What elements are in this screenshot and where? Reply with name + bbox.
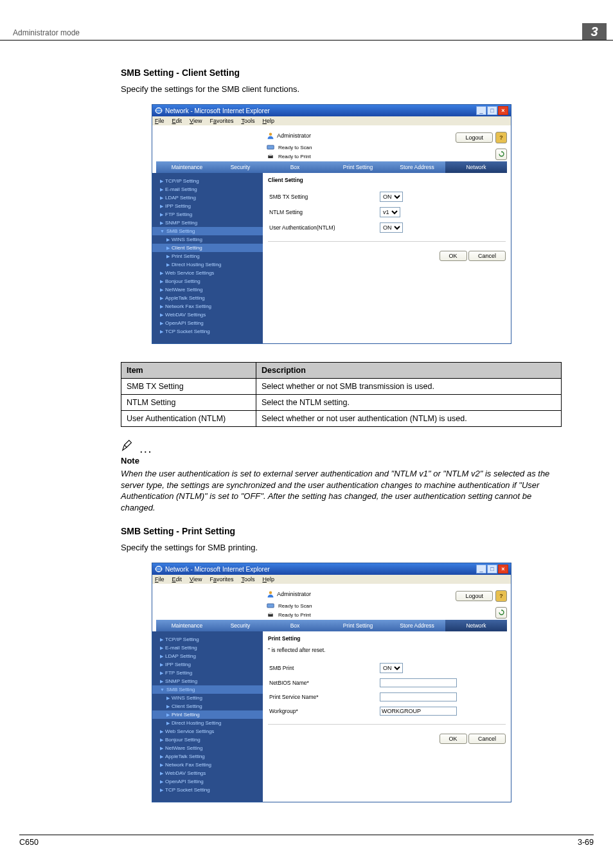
netbios-input[interactable]	[380, 678, 457, 687]
nav-bonjour[interactable]: ▶Bonjour Setting	[152, 736, 263, 744]
nav-ipp[interactable]: ▶IPP Setting	[152, 202, 263, 210]
nav-webdav[interactable]: ▶WebDAV Settings	[152, 311, 263, 319]
menu-file[interactable]: File	[155, 576, 164, 583]
nav-snmp[interactable]: ▶SNMP Setting	[152, 219, 263, 227]
nav-smb[interactable]: ▼SMB Setting	[152, 227, 263, 235]
nav-ftp[interactable]: ▶FTP Setting	[152, 669, 263, 677]
close-button[interactable]: ×	[498, 565, 508, 574]
nav-print-setting[interactable]: ▶Print Setting	[152, 252, 263, 260]
nav-email[interactable]: ▶E-mail Setting	[152, 644, 263, 652]
menu-edit[interactable]: Edit	[172, 118, 182, 124]
nav-tcpsocket[interactable]: ▶TCP Socket Setting	[152, 786, 263, 794]
nav-webservice[interactable]: ▶Web Service Settings	[152, 727, 263, 736]
refresh-button[interactable]	[495, 607, 507, 619]
cancel-button[interactable]: Cancel	[468, 251, 506, 261]
content-title: Client Setting	[268, 177, 506, 183]
tab-maintenance[interactable]: Maintenance	[156, 161, 218, 173]
menu-view[interactable]: View	[190, 576, 202, 583]
nav-webservice[interactable]: ▶Web Service Settings	[152, 269, 263, 277]
spec-table: Item Description SMB TX Setting Select w…	[121, 362, 562, 427]
tab-security[interactable]: Security	[218, 620, 263, 631]
cell-item: NTLM Setting	[121, 395, 256, 411]
help-icon: ?	[499, 134, 503, 141]
menu-file[interactable]: File	[155, 118, 164, 124]
nav-client-setting[interactable]: ▶Client Setting	[152, 702, 263, 710]
smbprint-select[interactable]: ON	[380, 663, 403, 673]
tab-network[interactable]: Network	[445, 620, 507, 631]
nav-ftp[interactable]: ▶FTP Setting	[152, 210, 263, 219]
tab-security[interactable]: Security	[218, 161, 263, 173]
th-desc: Description	[256, 363, 562, 379]
cancel-button[interactable]: Cancel	[468, 734, 506, 744]
nav-direct-hosting[interactable]: ▶Direct Hosting Setting	[152, 719, 263, 727]
refresh-button[interactable]	[495, 149, 507, 160]
nav-openapi[interactable]: ▶OpenAPI Setting	[152, 777, 263, 786]
menu-favorites[interactable]: Favorites	[209, 576, 233, 583]
nav-appletalk[interactable]: ▶AppleTalk Setting	[152, 294, 263, 302]
nav-smb[interactable]: ▼SMB Setting	[152, 685, 263, 694]
nav-openapi[interactable]: ▶OpenAPI Setting	[152, 319, 263, 327]
nav-snmp[interactable]: ▶SNMP Setting	[152, 677, 263, 685]
nav-ipp[interactable]: ▶IPP Setting	[152, 660, 263, 669]
ua-select[interactable]: ON	[380, 222, 403, 233]
nav-wins[interactable]: ▶WINS Setting	[152, 235, 263, 244]
note-block: ... Note When the user authentication is…	[121, 439, 562, 513]
cell-desc: Select whether or not SMB transmission i…	[256, 379, 562, 395]
close-button[interactable]: ×	[498, 106, 508, 115]
table-row: SMB TX Setting Select whether or not SMB…	[121, 379, 562, 395]
logout-button[interactable]: Logout	[456, 591, 493, 601]
note-dots: ...	[140, 445, 153, 455]
nav-networkfax[interactable]: ▶Network Fax Setting	[152, 302, 263, 311]
menu-help[interactable]: Help	[262, 576, 274, 583]
ok-button[interactable]: OK	[440, 734, 467, 744]
maximize-button[interactable]: □	[487, 565, 497, 574]
tab-box[interactable]: Box	[263, 161, 327, 173]
nav-direct-hosting[interactable]: ▶Direct Hosting Setting	[152, 260, 263, 269]
tab-network[interactable]: Network	[445, 161, 507, 173]
nav-client-setting[interactable]: ▶Client Setting	[152, 244, 263, 252]
help-button[interactable]: ?	[495, 132, 507, 143]
tab-print-setting[interactable]: Print Setting	[327, 620, 389, 631]
nav-tcpsocket[interactable]: ▶TCP Socket Setting	[152, 327, 263, 336]
nav-bonjour[interactable]: ▶Bonjour Setting	[152, 277, 263, 285]
minimize-button[interactable]: _	[476, 106, 486, 115]
psname-input[interactable]	[380, 692, 457, 701]
help-button[interactable]: ?	[495, 590, 507, 602]
nav-netware[interactable]: ▶NetWare Setting	[152, 285, 263, 294]
nav-netware[interactable]: ▶NetWare Setting	[152, 744, 263, 752]
titlebar: Network - Microsoft Internet Explorer _ …	[152, 105, 511, 116]
nav-webdav[interactable]: ▶WebDAV Settings	[152, 769, 263, 777]
nav-print-setting[interactable]: ▶Print Setting	[152, 710, 263, 719]
nav-ldap[interactable]: ▶LDAP Setting	[152, 194, 263, 202]
nav-networkfax[interactable]: ▶Network Fax Setting	[152, 761, 263, 769]
tab-store-address[interactable]: Store Address	[389, 620, 445, 631]
menu-edit[interactable]: Edit	[172, 576, 182, 583]
menu-tools[interactable]: Tools	[241, 576, 254, 583]
nav-email[interactable]: ▶E-mail Setting	[152, 185, 263, 194]
smbtx-select[interactable]: ON	[380, 192, 403, 202]
menu-view[interactable]: View	[190, 118, 202, 124]
row-ntlm-label: NTLM Setting	[269, 205, 378, 219]
logout-button[interactable]: Logout	[456, 132, 493, 143]
menu-favorites[interactable]: Favorites	[209, 118, 233, 124]
tab-print-setting[interactable]: Print Setting	[327, 161, 389, 173]
ok-button[interactable]: OK	[440, 251, 467, 261]
ntlm-select[interactable]: v1	[380, 207, 400, 217]
nav-tcpip[interactable]: ▶TCP/IP Setting	[152, 177, 263, 185]
nav-appletalk[interactable]: ▶AppleTalk Setting	[152, 752, 263, 761]
tab-store-address[interactable]: Store Address	[389, 161, 445, 173]
minimize-button[interactable]: _	[476, 565, 486, 574]
window-title: Network - Microsoft Internet Explorer	[165, 566, 476, 573]
menu-tools[interactable]: Tools	[241, 118, 254, 124]
maximize-button[interactable]: □	[487, 106, 497, 115]
tab-maintenance[interactable]: Maintenance	[156, 620, 218, 631]
admin-user-icon	[267, 132, 274, 140]
nav-ldap[interactable]: ▶LDAP Setting	[152, 652, 263, 660]
tab-box[interactable]: Box	[263, 620, 327, 631]
nav-wins[interactable]: ▶WINS Setting	[152, 694, 263, 702]
nav-tcpip[interactable]: ▶TCP/IP Setting	[152, 635, 263, 644]
workgroup-input[interactable]	[380, 707, 457, 716]
admin-label: Administrator	[277, 591, 311, 597]
menu-help[interactable]: Help	[262, 118, 274, 124]
svg-rect-9	[269, 612, 272, 614]
